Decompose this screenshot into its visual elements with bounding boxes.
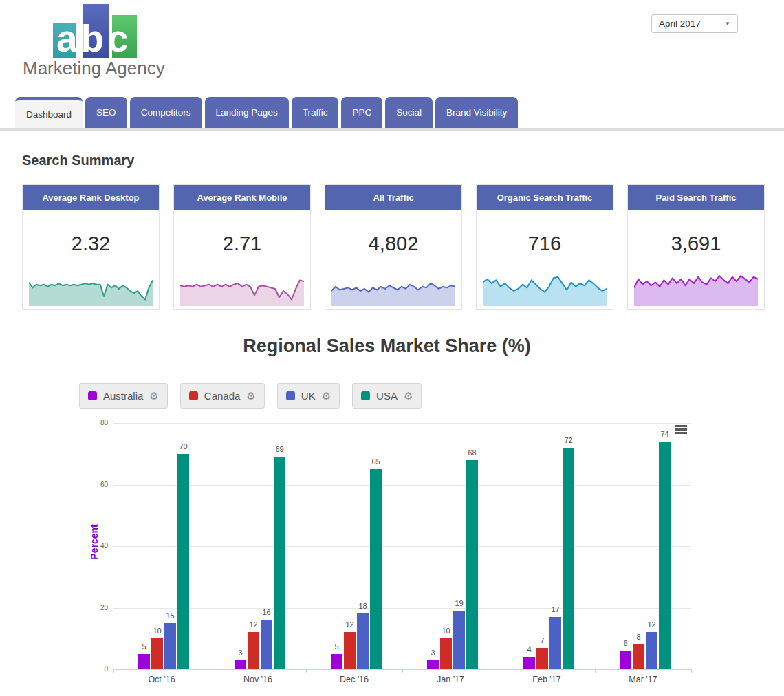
period-dropdown-value: April 2017 xyxy=(659,19,701,29)
kpi-card-title: Average Rank Desktop xyxy=(23,185,159,210)
bar-canada-0 xyxy=(151,638,163,669)
bar-uk-2 xyxy=(357,613,369,669)
kpi-card-value: 2.71 xyxy=(174,232,310,255)
bar-value-label: 69 xyxy=(268,445,292,453)
tab-seo[interactable]: SEO xyxy=(85,97,127,128)
kpi-card-value: 4,802 xyxy=(325,232,461,255)
kpi-card: Organic Search Traffic716 xyxy=(476,184,613,310)
x-tick xyxy=(691,670,692,673)
logo-subtitle: Marketing Agency xyxy=(23,58,165,79)
period-dropdown[interactable]: April 2017 ▼ xyxy=(651,14,738,33)
kpi-card-value: 716 xyxy=(477,232,613,255)
bar-canada-1 xyxy=(248,632,259,669)
legend-item-uk[interactable]: UK⚙ xyxy=(277,383,340,409)
kpi-card: Average Rank Mobile2.71 xyxy=(173,184,311,310)
dashboard-page: abc Marketing Agency April 2017 ▼ Dashbo… xyxy=(0,0,784,696)
sparkline-chart xyxy=(29,274,153,306)
x-category-label: Dec '16 xyxy=(323,675,385,684)
bar-value-label: 65 xyxy=(364,457,388,466)
hamburger-icon[interactable] xyxy=(675,425,687,435)
bar-value-label: 68 xyxy=(461,448,484,457)
tab-dashboard[interactable]: Dashboard xyxy=(15,97,83,128)
tab-bar: DashboardSEOCompetitorsLanding PagesTraf… xyxy=(15,97,518,128)
kpi-card-title: All Traffic xyxy=(325,185,461,210)
bar-canada-2 xyxy=(344,632,356,669)
gear-icon[interactable]: ⚙ xyxy=(246,391,255,401)
bar-uk-4 xyxy=(549,617,561,669)
legend-item-canada[interactable]: Canada⚙ xyxy=(180,383,265,409)
bar-australia-5 xyxy=(620,651,631,669)
bar-usa-5 xyxy=(659,442,671,669)
x-tick xyxy=(595,670,596,673)
gridline xyxy=(113,423,691,424)
tab-social[interactable]: Social xyxy=(385,97,433,128)
tab-ppc[interactable]: PPC xyxy=(341,97,382,128)
bar-australia-0 xyxy=(138,654,150,669)
bar-canada-5 xyxy=(633,644,644,669)
bar-value-label: 70 xyxy=(172,442,195,450)
x-category-label: Jan '17 xyxy=(420,675,481,684)
sparkline-chart xyxy=(483,274,607,306)
gridline xyxy=(113,546,691,547)
tab-competitors[interactable]: Competitors xyxy=(130,97,202,128)
kpi-card-title: Average Rank Mobile xyxy=(174,185,310,210)
y-tick-label: 80 xyxy=(87,419,108,426)
x-tick xyxy=(113,670,114,673)
gridline xyxy=(113,608,691,609)
bar-uk-3 xyxy=(453,611,465,669)
x-tick xyxy=(210,670,210,673)
bar-uk-1 xyxy=(261,620,272,669)
sparkline-chart xyxy=(634,274,758,306)
y-tick-label: 40 xyxy=(87,542,108,550)
bar-chart: Percent 0204060805101570Oct '163121669No… xyxy=(0,418,784,696)
tab-brand-visibility[interactable]: Brand Visibility xyxy=(435,97,518,128)
bar-value-label: 74 xyxy=(653,430,677,438)
bar-usa-0 xyxy=(177,454,189,669)
legend-swatch xyxy=(361,391,370,400)
bar-usa-3 xyxy=(466,460,478,669)
bar-canada-4 xyxy=(536,648,548,669)
bar-usa-4 xyxy=(563,448,574,669)
legend-swatch xyxy=(88,391,97,400)
x-category-label: Mar '17 xyxy=(612,675,674,684)
bar-australia-3 xyxy=(427,660,439,669)
bar-value-label: 72 xyxy=(557,436,580,444)
bar-canada-3 xyxy=(440,638,452,669)
sparkline-chart xyxy=(331,274,455,306)
legend-label: USA xyxy=(376,390,398,402)
tab-bar-underline xyxy=(0,128,784,131)
legend-swatch xyxy=(286,391,295,400)
gear-icon[interactable]: ⚙ xyxy=(149,391,158,401)
legend-swatch xyxy=(189,391,198,400)
x-category-label: Feb '17 xyxy=(516,675,578,684)
kpi-card: All Traffic4,802 xyxy=(325,184,462,310)
gear-icon[interactable]: ⚙ xyxy=(322,391,331,401)
chevron-down-icon: ▼ xyxy=(725,21,730,27)
legend-item-australia[interactable]: Australia⚙ xyxy=(79,383,168,409)
legend-label: UK xyxy=(301,390,316,402)
legend-label: Canada xyxy=(204,390,241,402)
x-tick xyxy=(306,670,307,673)
y-tick-label: 60 xyxy=(87,481,108,488)
logo-text: abc xyxy=(56,17,132,61)
bar-australia-4 xyxy=(523,657,535,669)
x-category-label: Oct '16 xyxy=(131,675,193,684)
x-tick xyxy=(499,670,499,673)
gear-icon[interactable]: ⚙ xyxy=(404,391,413,401)
kpi-card-title: Organic Search Traffic xyxy=(477,185,613,210)
y-tick-label: 20 xyxy=(87,604,108,611)
bar-usa-1 xyxy=(274,457,285,669)
kpi-card: Average Rank Desktop2.32 xyxy=(22,184,160,310)
bar-usa-2 xyxy=(370,469,382,669)
bar-australia-1 xyxy=(235,660,246,669)
y-tick-label: 0 xyxy=(87,665,108,673)
kpi-card: Paid Search Traffic3,691 xyxy=(627,184,765,310)
tab-traffic[interactable]: Traffic xyxy=(292,97,339,128)
bar-uk-0 xyxy=(164,623,176,669)
tab-landing-pages[interactable]: Landing Pages xyxy=(205,97,289,128)
gridline xyxy=(113,485,691,486)
sparkline-chart xyxy=(180,274,304,306)
kpi-card-value: 3,691 xyxy=(628,232,764,255)
bar-australia-2 xyxy=(331,654,342,669)
legend-item-usa[interactable]: USA⚙ xyxy=(352,383,422,409)
